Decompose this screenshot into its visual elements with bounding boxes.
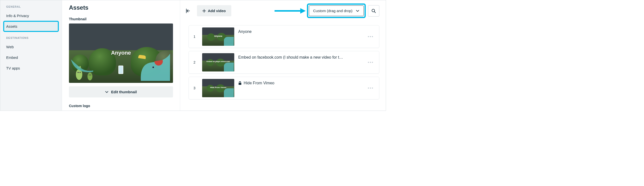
sidebar: GENERAL Info & Privacy Assets DESTINATIO…: [0, 0, 62, 111]
video-more-button[interactable]: [366, 34, 375, 39]
sidebar-item-assets[interactable]: Assets: [4, 21, 58, 31]
video-list: 1 Anyone Anyone 2: [184, 25, 379, 99]
video-item[interactable]: 1 Anyone Anyone: [188, 25, 379, 48]
video-thumb-label: Anyone: [202, 35, 234, 37]
svg-point-13: [372, 36, 373, 37]
custom-logo-section-label: Custom logo: [69, 104, 173, 108]
lock-icon: [238, 81, 242, 85]
right-panel: Add video Custom (drag and drop): [180, 0, 386, 111]
video-thumbnail: Embed on player.vimeo.com: [202, 53, 234, 72]
video-title: Hide From Vimeo: [238, 79, 362, 85]
svg-point-14: [368, 62, 369, 63]
edit-thumbnail-label: Edit thumbnail: [111, 90, 137, 94]
svg-line-10: [374, 12, 376, 13]
more-horizontal-icon: [368, 62, 373, 63]
more-horizontal-icon: [368, 36, 373, 37]
search-icon: [372, 9, 376, 13]
svg-point-4: [89, 75, 90, 75]
add-video-button[interactable]: Add video: [197, 5, 231, 16]
thumbnail-section-label: Thumbnail: [69, 17, 173, 21]
sidebar-item-web[interactable]: Web: [4, 42, 58, 52]
add-video-label: Add video: [208, 9, 226, 13]
svg-point-6: [152, 67, 154, 68]
video-item[interactable]: 2 Embed on player.vimeo.com Embed on fac…: [188, 51, 379, 74]
svg-point-16: [372, 62, 373, 63]
more-horizontal-icon: [368, 87, 373, 89]
svg-point-12: [370, 36, 371, 37]
svg-point-11: [368, 36, 369, 37]
thumbnail-overlay-text: Anyone: [69, 50, 173, 56]
svg-point-20: [372, 88, 373, 89]
video-title: Anyone: [238, 28, 362, 34]
annotation-arrow: [274, 7, 306, 15]
right-toolbar: Add video Custom (drag and drop): [184, 5, 379, 17]
sidebar-item-info-privacy[interactable]: Info & Privacy: [4, 11, 58, 21]
sort-dropdown-label: Custom (drag and drop): [313, 9, 352, 13]
svg-point-18: [368, 88, 369, 89]
page-title: Assets: [69, 4, 173, 11]
svg-point-5: [90, 75, 91, 75]
svg-rect-17: [239, 83, 242, 85]
svg-point-3: [88, 72, 92, 80]
sidebar-section-destinations: DESTINATIONS: [4, 35, 58, 42]
svg-point-19: [370, 88, 371, 89]
video-index: 3: [191, 86, 198, 90]
collapse-left-icon: [185, 8, 190, 14]
svg-point-15: [370, 62, 371, 63]
sidebar-item-tv-apps[interactable]: TV apps: [4, 63, 58, 73]
video-item[interactable]: 3 Hide From Vimeo Hide From Vimeo: [188, 77, 379, 99]
collapse-panel-button[interactable]: [184, 7, 192, 15]
video-more-button[interactable]: [366, 60, 375, 65]
video-more-button[interactable]: [366, 86, 375, 90]
edit-thumbnail-button[interactable]: Edit thumbnail: [69, 86, 173, 97]
video-index: 2: [191, 60, 198, 64]
video-thumbnail: Hide From Vimeo: [202, 79, 234, 97]
sort-dropdown-highlight: Custom (drag and drop): [308, 5, 364, 17]
video-index: 1: [191, 35, 198, 39]
video-thumb-label: Hide From Vimeo: [202, 86, 234, 89]
video-thumbnail: Anyone: [202, 28, 234, 46]
video-title: Embed on facebook.com (I should make a n…: [238, 53, 362, 60]
sidebar-item-embed[interactable]: Embed: [4, 52, 58, 63]
chevron-down-icon: [356, 9, 359, 13]
middle-panel: Assets Thumbnail Anyone Edit thu: [62, 0, 180, 111]
svg-marker-8: [300, 8, 306, 14]
sort-dropdown[interactable]: Custom (drag and drop): [309, 6, 364, 16]
video-thumb-label: Embed on player.vimeo.com: [202, 61, 234, 62]
search-button[interactable]: [368, 5, 379, 17]
sidebar-section-general: GENERAL: [4, 4, 58, 11]
plus-icon: [202, 9, 206, 13]
thumbnail-preview: Anyone: [69, 24, 173, 83]
chevron-down-icon: [105, 90, 108, 94]
